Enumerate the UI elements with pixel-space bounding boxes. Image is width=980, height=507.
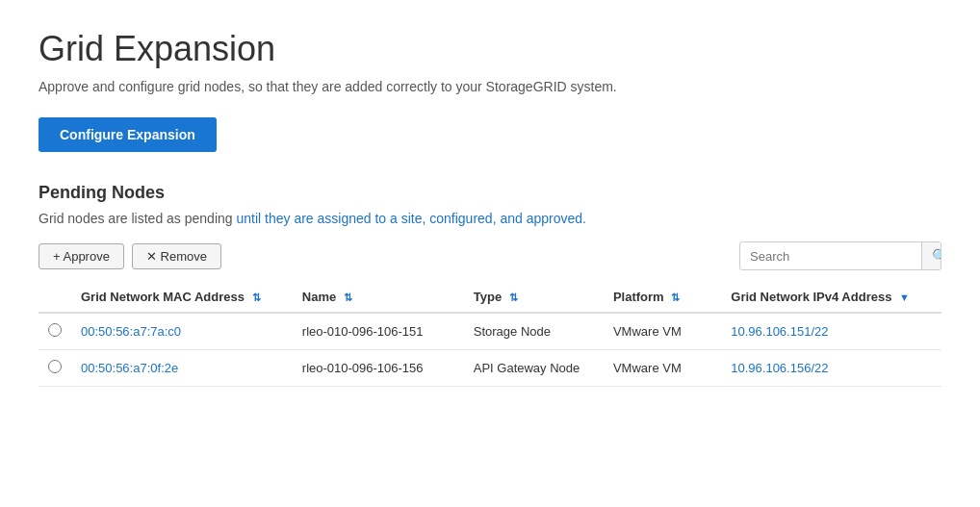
th-radio xyxy=(39,282,71,313)
page-container: Grid Expansion Approve and configure gri… xyxy=(0,0,980,507)
ipv4-link-0[interactable]: 10.96.106.151/22 xyxy=(731,324,828,339)
search-button[interactable]: 🔍 xyxy=(921,242,941,269)
row-mac-0: 00:50:56:a7:7a:c0 xyxy=(71,313,293,350)
row-name-0: rleo-010-096-106-151 xyxy=(293,313,464,350)
table-header-row: Grid Network MAC Address ⇅ Name ⇅ Type ⇅… xyxy=(39,282,941,313)
sort-icon-ipv4[interactable]: ▼ xyxy=(899,292,910,303)
th-mac: Grid Network MAC Address ⇅ xyxy=(71,282,293,313)
row-name-1: rleo-010-096-106-156 xyxy=(293,350,464,387)
page-title: Grid Expansion xyxy=(39,29,941,69)
remove-button[interactable]: ✕ Remove xyxy=(132,243,221,269)
row-radio-cell xyxy=(39,313,71,350)
sort-icon-type[interactable]: ⇅ xyxy=(509,292,518,303)
th-type: Type ⇅ xyxy=(464,282,604,313)
page-subtitle: Approve and configure grid nodes, so tha… xyxy=(39,79,941,94)
toolbar: + Approve ✕ Remove 🔍 xyxy=(39,241,941,270)
row-radio-1[interactable] xyxy=(48,360,62,373)
approve-button[interactable]: + Approve xyxy=(39,243,124,269)
row-radio-cell xyxy=(39,350,71,387)
mac-link-1[interactable]: 00:50:56:a7:0f:2e xyxy=(81,361,178,375)
search-wrapper: 🔍 xyxy=(739,241,941,270)
mac-link-0[interactable]: 00:50:56:a7:7a:c0 xyxy=(81,324,181,339)
row-platform-1: VMware VM xyxy=(604,350,721,387)
th-platform: Platform ⇅ xyxy=(604,282,721,313)
row-platform-0: VMware VM xyxy=(604,313,721,350)
sort-icon-mac[interactable]: ⇅ xyxy=(252,292,261,303)
row-type-0: Storage Node xyxy=(464,313,604,350)
row-ipv4-0: 10.96.106.151/22 xyxy=(721,313,941,350)
search-input[interactable] xyxy=(740,243,921,269)
pending-nodes-section: Pending Nodes Grid nodes are listed as p… xyxy=(39,183,941,387)
row-mac-1: 00:50:56:a7:0f:2e xyxy=(71,350,293,387)
sort-icon-platform[interactable]: ⇅ xyxy=(671,292,680,303)
sort-icon-name[interactable]: ⇅ xyxy=(344,292,352,303)
ipv4-link-1[interactable]: 10.96.106.156/22 xyxy=(731,361,828,375)
th-name: Name ⇅ xyxy=(293,282,464,313)
pending-nodes-table: Grid Network MAC Address ⇅ Name ⇅ Type ⇅… xyxy=(39,282,941,387)
row-radio-0[interactable] xyxy=(48,323,62,337)
pending-desc-link[interactable]: until they are assigned to a site, confi… xyxy=(236,211,585,226)
th-ipv4: Grid Network IPv4 Address ▼ xyxy=(721,282,941,313)
table-row: 00:50:56:a7:0f:2e rleo-010-096-106-156 A… xyxy=(39,350,941,387)
pending-nodes-title: Pending Nodes xyxy=(39,183,941,203)
table-row: 00:50:56:a7:7a:c0 rleo-010-096-106-151 S… xyxy=(39,313,941,350)
configure-expansion-button[interactable]: Configure Expansion xyxy=(39,117,217,152)
row-ipv4-1: 10.96.106.156/22 xyxy=(721,350,941,387)
search-icon: 🔍 xyxy=(932,248,941,264)
row-type-1: API Gateway Node xyxy=(464,350,604,387)
toolbar-left: + Approve ✕ Remove xyxy=(39,243,221,269)
pending-nodes-desc: Grid nodes are listed as pending until t… xyxy=(39,211,941,226)
